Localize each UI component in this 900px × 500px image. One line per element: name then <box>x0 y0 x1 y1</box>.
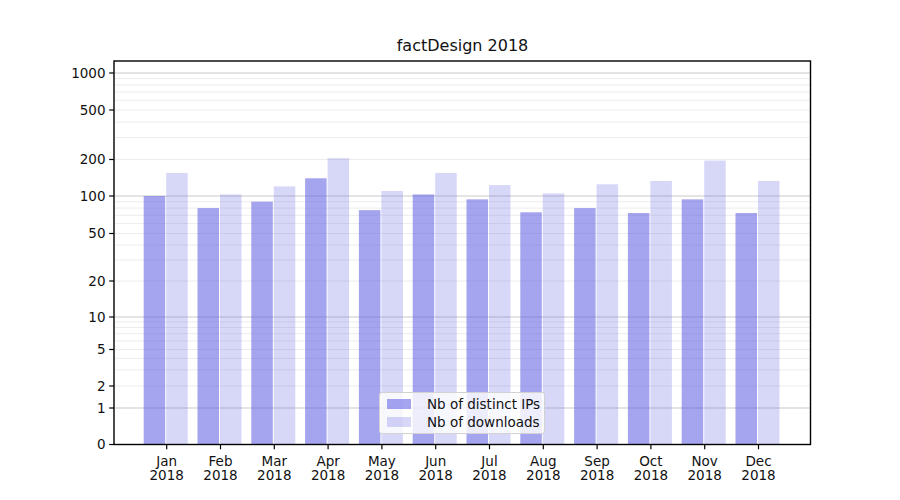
bar-ips-May <box>359 210 381 444</box>
bar-downloads-Apr <box>328 158 350 444</box>
x-tick-label-year: 2018 <box>365 467 399 483</box>
x-tick-label-year: 2018 <box>311 467 345 483</box>
bar-ips-Nov <box>682 199 704 444</box>
bar-ips-Mar <box>251 202 272 445</box>
x-tick-label-year: 2018 <box>526 467 560 483</box>
x-tick-label-year: 2018 <box>472 467 506 483</box>
bar-downloads-Dec <box>758 181 780 445</box>
y-tick-label: 50 <box>88 225 105 241</box>
x-tick-label-year: 2018 <box>150 467 184 483</box>
x-tick-label-year: 2018 <box>203 467 237 483</box>
bar-downloads-Sep <box>597 184 619 444</box>
bar-downloads-Mar <box>274 186 296 444</box>
y-tick-label: 5 <box>97 341 106 357</box>
legend-label-distinct-ips: Nb of distinct IPs <box>427 396 540 412</box>
y-tick-label: 2 <box>97 378 106 394</box>
x-tick-label-year: 2018 <box>257 467 291 483</box>
y-tick-label: 500 <box>80 102 106 118</box>
y-tick-label: 0 <box>97 436 106 452</box>
y-tick-label: 10 <box>88 309 105 325</box>
y-tick-label: 20 <box>88 273 105 289</box>
chart-figure: factDesign 2018 01251020501002005001000J… <box>0 0 900 500</box>
x-tick-label-year: 2018 <box>419 467 453 483</box>
bar-downloads-Nov <box>704 161 726 445</box>
legend-swatch-ips-icon <box>387 399 411 409</box>
bar-ips-Sep <box>574 208 596 444</box>
legend-label-downloads: Nb of downloads <box>427 414 540 430</box>
y-tick-label: 1 <box>97 400 106 416</box>
bar-ips-Apr <box>305 178 327 444</box>
bar-ips-Jan <box>144 196 166 445</box>
bar-downloads-Jan <box>166 173 188 445</box>
bar-ips-Dec <box>736 213 758 444</box>
x-tick-label-year: 2018 <box>741 467 775 483</box>
bar-downloads-Oct <box>650 181 672 445</box>
legend-item-distinct-ips: Nb of distinct IPs <box>387 396 537 412</box>
bar-ips-Feb <box>198 208 220 444</box>
y-tick-label: 100 <box>80 188 106 204</box>
bar-downloads-Feb <box>220 194 242 444</box>
x-tick-label-year: 2018 <box>634 467 668 483</box>
bar-downloads-Aug <box>543 193 565 444</box>
x-tick-label-year: 2018 <box>580 467 614 483</box>
legend-item-downloads: Nb of downloads <box>387 414 537 430</box>
x-tick-label-year: 2018 <box>688 467 722 483</box>
legend: Nb of distinct IPs Nb of downloads <box>379 392 545 434</box>
y-tick-label: 200 <box>80 151 106 167</box>
y-tick-label: 1000 <box>71 65 105 81</box>
legend-swatch-downloads-icon <box>387 417 411 427</box>
bar-ips-Oct <box>628 213 650 444</box>
